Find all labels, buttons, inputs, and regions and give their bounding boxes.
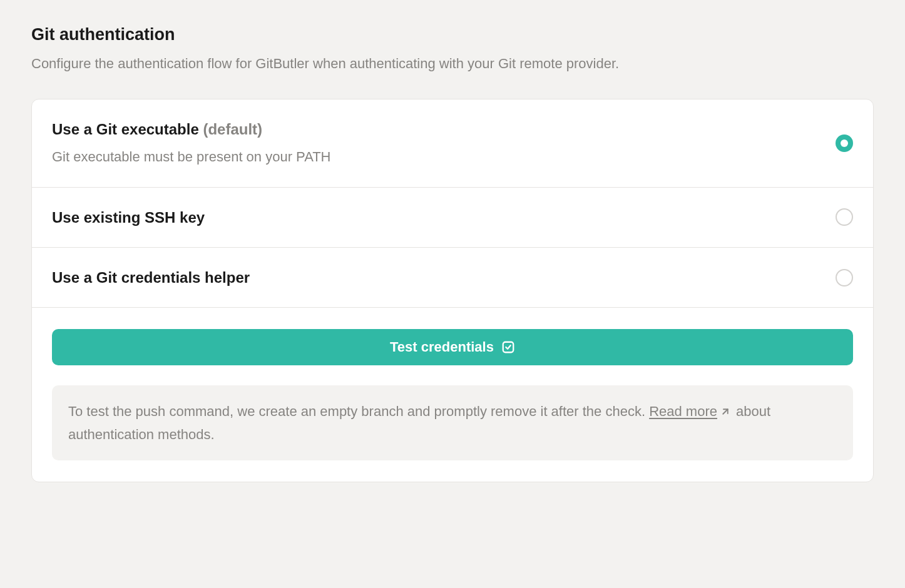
test-credentials-button[interactable]: Test credentials bbox=[52, 329, 853, 365]
option-title: Use a Git executable (default) bbox=[52, 119, 836, 139]
radio-unselected-icon[interactable] bbox=[836, 269, 853, 286]
option-title-text: Use a Git executable bbox=[52, 121, 199, 138]
option-content: Use a Git credentials helper bbox=[52, 268, 836, 287]
auth-options-card: Use a Git executable (default) Git execu… bbox=[31, 99, 874, 482]
option-title-text: Use existing SSH key bbox=[52, 209, 205, 226]
option-git-executable[interactable]: Use a Git executable (default) Git execu… bbox=[32, 99, 873, 188]
option-title: Use a Git credentials helper bbox=[52, 268, 836, 287]
external-link-icon bbox=[720, 402, 731, 423]
section-description: Configure the authentication flow for Gi… bbox=[31, 54, 874, 74]
read-more-text: Read more bbox=[649, 403, 717, 419]
radio-selected-icon[interactable] bbox=[836, 134, 853, 152]
check-square-icon bbox=[501, 340, 515, 354]
test-button-label: Test credentials bbox=[390, 339, 494, 355]
read-more-link[interactable]: Read more bbox=[649, 403, 717, 419]
default-label: (default) bbox=[203, 121, 262, 138]
info-box: To test the push command, we create an e… bbox=[52, 385, 853, 460]
card-footer: Test credentials To test the push comman… bbox=[32, 308, 873, 482]
option-credentials-helper[interactable]: Use a Git credentials helper bbox=[32, 248, 873, 308]
radio-unselected-icon[interactable] bbox=[836, 208, 853, 226]
option-ssh-key[interactable]: Use existing SSH key bbox=[32, 188, 873, 248]
option-title: Use existing SSH key bbox=[52, 208, 836, 227]
option-subtitle: Git executable must be present on your P… bbox=[52, 148, 836, 167]
option-title-text: Use a Git credentials helper bbox=[52, 269, 250, 286]
info-text-before: To test the push command, we create an e… bbox=[68, 403, 649, 419]
option-content: Use a Git executable (default) Git execu… bbox=[52, 119, 836, 167]
option-content: Use existing SSH key bbox=[52, 208, 836, 227]
section-title: Git authentication bbox=[31, 25, 874, 44]
